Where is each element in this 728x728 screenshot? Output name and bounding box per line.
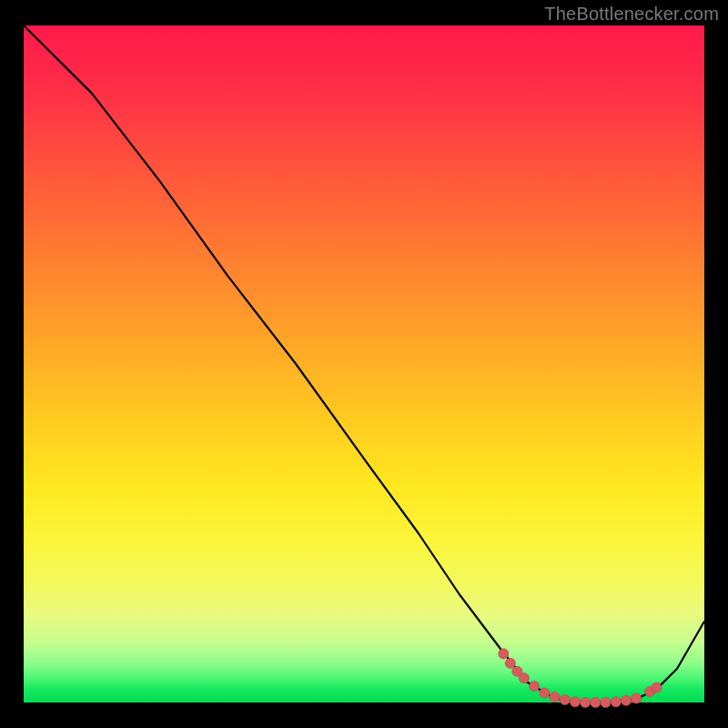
marker-dot xyxy=(560,694,570,704)
marker-dot xyxy=(499,649,509,659)
marker-dot xyxy=(621,695,631,705)
marker-dot xyxy=(632,693,642,703)
marker-dot xyxy=(601,697,611,707)
series-line xyxy=(24,25,704,703)
marker-dot xyxy=(591,697,601,707)
marker-dot xyxy=(529,682,539,692)
plot-area xyxy=(24,25,704,703)
marker-dot xyxy=(505,658,515,668)
marker-dot xyxy=(652,682,662,693)
marker-group xyxy=(499,649,662,708)
attribution-label: TheBottlenecker.com xyxy=(544,4,719,25)
marker-dot xyxy=(540,688,550,698)
marker-dot xyxy=(581,697,591,707)
marker-dot xyxy=(550,692,560,702)
marker-dot xyxy=(611,697,621,707)
chart-svg xyxy=(24,25,704,703)
chart-frame: TheBottlenecker.com xyxy=(0,0,728,728)
marker-dot xyxy=(570,697,580,707)
marker-dot xyxy=(519,673,529,683)
